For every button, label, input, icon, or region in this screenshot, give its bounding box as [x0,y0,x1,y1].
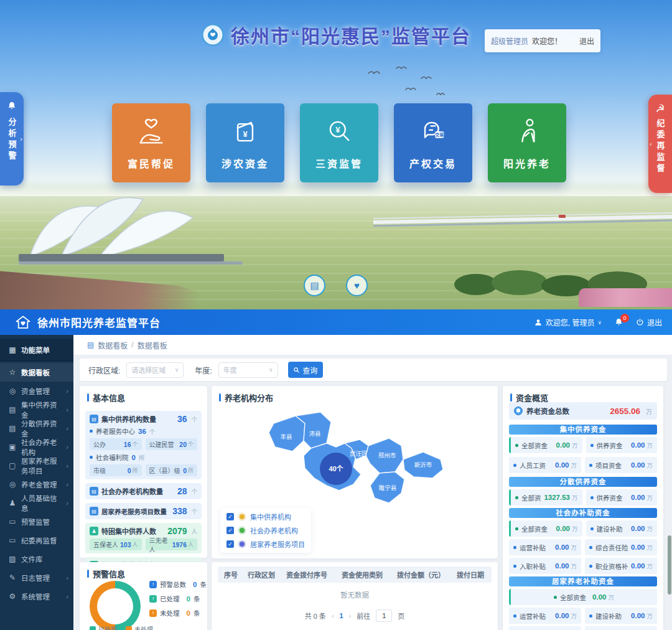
scrollbar-thumb[interactable] [668,535,671,595]
sidebar-item-label: 功能菜单 [21,345,50,355]
card-label: 产权交易 [409,156,457,171]
chevron-down-icon: ∨ [269,367,273,373]
coin-icon: ◎ [8,387,17,395]
fund-row: 全部资金0.00万 建设补助0.00万 [509,520,657,537]
column-header: 序号 [218,570,241,580]
search-button[interactable]: 查询 [288,362,323,378]
sidebar-item-log-management[interactable]: ✎日志管理› [0,568,73,587]
sidebar-item-warning-supervision[interactable]: ▭预警监管 [0,512,73,531]
doc-icon: ▤ [90,415,98,423]
sidebar-item-home-care-projects[interactable]: ▢居家养老服务项目› [0,456,73,475]
star-icon: ☆ [8,368,17,377]
fund-chip: 全部资金1327.53万 [509,489,582,505]
sidebar-item-label: 预警监管 [21,517,50,527]
sidebar-item-label: 数据看板 [21,367,50,377]
prev-page-button[interactable]: ‹ [332,612,334,619]
sidebar-item-social-institutions[interactable]: ▣社会办养老机构› [0,438,73,456]
chevron-right-icon: › [66,462,68,469]
welfare-institute-row: 社会福利院 0 所 [90,453,197,462]
card-fumin-bangcu[interactable]: 富民帮促 [112,103,190,182]
public-built-private-chip: 公建民营20个 [146,438,198,450]
card-chanquan-jiaoyi[interactable]: 交易 产权交易 [394,103,472,182]
city-level-chip: 市级0所 [90,464,142,476]
sidebar-item-function-menu[interactable]: ▦功能菜单 [0,339,73,361]
dashboard-logo-icon [15,314,31,331]
column-header: 行政区划 [241,570,280,580]
logout-label: 退出 [647,317,662,327]
chevron-right-icon: › [66,425,68,432]
folder-icon: ▤ [8,424,17,433]
stat-value: 0 [132,454,136,461]
stat-unit: 人 [191,527,197,535]
checkbox-checked-icon[interactable]: ✓ [226,527,234,534]
breadcrumb: ▤ 数据看板 / 数据看板 [73,335,672,355]
hand-heart-icon [135,113,167,149]
sidebar-item-decentralized-funds[interactable]: ▤分散供养资金› [0,419,73,438]
heart-glyph: ♥ [354,280,360,291]
sidebar-item-pension-management[interactable]: ◎养老金管理› [0,475,73,494]
card-label: 三资监管 [315,156,363,171]
warning-stats: ! 预警总数 0 条 ! 已处理 0 条 ! 未处理 0 条 [149,580,207,618]
svg-text:交易: 交易 [435,132,444,138]
page-number-button[interactable]: 1 [340,612,343,619]
chevron-right-icon: › [66,574,68,581]
fund-row: 入职补贴0.00万 职业资格补贴0.00万 [509,558,657,574]
goto-page-input[interactable] [376,609,392,622]
fund-chip-full: 全部资金0.00万 [509,589,657,605]
checkbox-checked-icon[interactable]: ✓ [226,540,234,548]
hero-logout-button[interactable]: 退出 [579,35,594,46]
sidebar-item-personnel-info[interactable]: ♟人员基础信息› [0,494,73,512]
breadcrumb-section[interactable]: 数据看板 [98,340,128,350]
warning-unhandled-row: ! 未处理 0 条 [149,608,207,618]
region-select[interactable]: 请选择区域 ∨ [126,362,184,378]
card-sanzi-jianguan[interactable]: ¥ 三资监管 [300,103,378,182]
flower-bed [579,288,672,307]
column-header: 拨付日期 [450,570,492,580]
stat-value: 338 [172,506,187,516]
checkbox-checked-icon[interactable]: ✓ [226,513,234,520]
heart-hands-icon[interactable]: ♥ [346,275,368,296]
fund-row: 人员工资0.00万 项目资金0.00万 [509,457,657,473]
search-icon [293,367,300,374]
sidebar-item-label: 资金管理 [21,386,50,396]
sidebar-item-label: 系统管理 [21,591,50,601]
person-icon: ♟ [8,499,17,507]
fund-chip: 供养资金0.00万 [586,437,658,453]
fund-row: 全部资金0.00万 供养资金0.00万 [509,437,657,453]
logout-button[interactable]: 退出 [636,317,662,327]
stat-label: 社会办养老机构数量 [101,486,163,496]
sidebar-item-system-management[interactable]: ⚙系统管理› [0,587,73,606]
legend-social-institutions[interactable]: ✓ 社会办养老机构 [226,525,305,535]
id-card-icon[interactable]: ▤ [304,275,325,296]
basic-info-title: 基本信息 [80,386,207,403]
region-label: 睢宁县 [379,484,397,491]
pagination: 共 0 条 ‹ 1 › 前往 页 [212,609,498,622]
wallet-yuan-icon: ¥ [229,113,261,149]
sidebar-item-data-dashboard[interactable]: ☆数据看板 [0,363,73,382]
sidebar-item-fund-management[interactable]: ◎资金管理› [0,382,73,400]
sidebar-item-label: 纪委再监督 [21,535,57,545]
table-header-row: 序号 行政区划 资金拨付序号 资金使用类别 拨付金额（元） 拨付日期 [218,567,492,583]
sidebar-item-file-library[interactable]: ▨文件库 [0,550,73,568]
total-funds-row: 养老资金总数 2655.06 万 [509,402,657,420]
card-yangguang-yanglao[interactable]: 阳光养老 [488,103,566,182]
stat-label: 集中供养机构数量 [101,414,156,424]
next-page-button[interactable]: › [349,612,352,619]
stat-label: 养老资金总数 [526,406,569,416]
user-menu[interactable]: 欢迎您, 管理员 ∨ [534,317,602,327]
centralized-institutions-block: ▤ 集中供养机构数量 36 个 养老服务中心 36 个 公办16个 公建民营20… [85,411,202,479]
marker-dot-icon [238,513,246,520]
target-icon [514,407,523,415]
sidebar-item-centralized-funds[interactable]: ▤集中供养资金› [0,400,73,419]
notifications-button[interactable]: 0 [614,317,623,327]
legend-home-care-projects[interactable]: ✓ 居家养老服务项目 [226,539,305,549]
sidebar-item-discipline-supervision[interactable]: ▭纪委再监督 [0,531,73,550]
year-select[interactable]: 年度 ∨ [218,362,278,378]
legend-centralized-institutions[interactable]: ✓ 集中供养机构 [226,512,305,522]
chevron-right-icon: › [66,593,68,600]
breadcrumb-page: 数据看板 [138,340,167,350]
gear-icon: ⚙ [8,592,17,601]
fund-chip: 建设补助0.00万 [586,520,658,537]
donut-legend: 已处理 未处理 [90,624,153,630]
card-shenong-zijin[interactable]: ¥ 涉农资金 [206,103,284,182]
